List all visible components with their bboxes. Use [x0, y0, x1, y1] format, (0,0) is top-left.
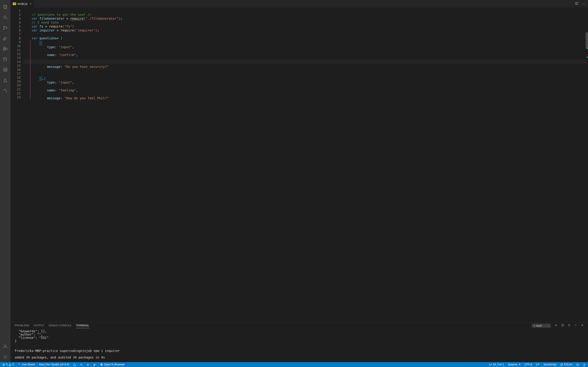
settings-gear-icon[interactable]	[0, 352, 10, 362]
svg-point-4	[3, 26, 4, 27]
status-language[interactable]: JavaScript	[543, 363, 556, 366]
svg-rect-10	[3, 49, 5, 51]
svg-rect-11	[5, 48, 7, 50]
tab-script-js[interactable]: JS script.js ×	[10, 0, 34, 8]
tab-filename: script.js	[17, 2, 27, 6]
code-editor[interactable]: 1234567891011121314151617181920212223 //…	[10, 8, 588, 322]
search-icon[interactable]	[0, 12, 10, 23]
extensions-icon[interactable]	[0, 44, 10, 54]
status-eol[interactable]: LF	[536, 363, 539, 366]
status-eslint[interactable]: ESLint	[560, 363, 572, 366]
status-feedback-icon[interactable]	[576, 363, 579, 366]
live-share-icon[interactable]	[0, 85, 10, 96]
panel-tab-output[interactable]: OUTPUT	[34, 323, 44, 328]
minimap-scrollbar[interactable]	[586, 8, 588, 322]
panel-tab-debug-console[interactable]: DEBUG CONSOLE	[49, 323, 72, 328]
terminal-select[interactable]: 1: bash	[532, 324, 551, 328]
status-run-icon[interactable]	[87, 363, 89, 366]
status-atari-dev-studio[interactable]: Atari Dev Studio (v0.6.5)	[39, 363, 69, 366]
editor-tabs: JS script.js × ···	[10, 0, 588, 8]
bottom-panel: PROBLEMS OUTPUT DEBUG CONSOLE TERMINAL 1…	[10, 322, 588, 362]
svg-marker-15	[4, 79, 7, 82]
svg-rect-1	[4, 6, 7, 9]
svg-point-35	[561, 364, 563, 366]
svg-point-16	[4, 345, 6, 346]
more-actions-icon[interactable]: ···	[582, 2, 585, 6]
explorer-icon[interactable]	[0, 2, 10, 12]
status-open-in-browser[interactable]: Open In Browser	[100, 363, 125, 366]
status-debug-icon[interactable]	[93, 363, 96, 366]
svg-marker-31	[87, 364, 89, 365]
panel-tab-terminal[interactable]: TERMINAL	[76, 323, 89, 328]
panel-tab-problems[interactable]: PROBLEMS	[15, 323, 29, 328]
kill-terminal-icon[interactable]	[568, 324, 571, 327]
line-number-gutter: 1234567891011121314151617181920212223	[10, 8, 24, 322]
split-terminal-icon[interactable]	[561, 324, 564, 327]
close-panel-icon[interactable]	[581, 324, 584, 327]
status-encoding[interactable]: UTF-8	[524, 363, 532, 366]
source-control-icon[interactable]	[0, 23, 10, 33]
svg-line-3	[6, 18, 7, 19]
d20-icon[interactable]	[0, 65, 10, 75]
close-icon[interactable]: ×	[30, 2, 32, 6]
run-debug-icon[interactable]	[0, 33, 10, 44]
maximize-panel-icon[interactable]	[574, 324, 577, 327]
activity-bar	[0, 0, 10, 362]
status-ln-col[interactable]: Ln 14, Col 1	[489, 363, 504, 366]
status-live-share[interactable]: Live Share	[18, 363, 35, 366]
new-terminal-icon[interactable]	[554, 324, 557, 327]
svg-rect-9	[3, 47, 5, 49]
svg-point-17	[5, 356, 6, 358]
svg-point-2	[4, 16, 6, 18]
svg-rect-12	[4, 58, 7, 61]
split-editor-icon[interactable]	[575, 2, 578, 6]
svg-point-5	[3, 28, 4, 30]
docker-icon[interactable]	[0, 54, 10, 65]
status-spaces[interactable]: Spaces: 4	[508, 363, 520, 366]
status-tools-icon[interactable]	[80, 363, 83, 366]
accounts-icon[interactable]	[0, 341, 10, 352]
status-bell-icon[interactable]	[583, 363, 586, 366]
azure-icon[interactable]	[0, 75, 10, 85]
status-home-icon[interactable]	[73, 363, 76, 366]
svg-point-6	[6, 27, 7, 28]
js-file-icon: JS	[13, 2, 16, 5]
status-errors[interactable]: 0 0	[2, 363, 14, 366]
svg-rect-0	[4, 5, 6, 8]
terminal-output[interactable]: "keywords": [], "author": "", "license":…	[10, 329, 588, 362]
status-bar: 0 0 Live Share Atari Dev Studio (v0.6.5)…	[0, 362, 588, 367]
